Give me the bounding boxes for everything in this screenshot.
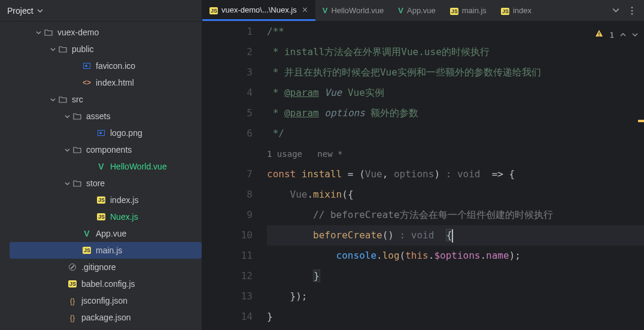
chevron-icon bbox=[62, 147, 72, 153]
line-number[interactable]: 12 bbox=[202, 266, 253, 286]
line-number[interactable]: 4 bbox=[202, 83, 253, 103]
js-icon: JS bbox=[67, 280, 78, 287]
prev-highlight-icon[interactable] bbox=[620, 25, 626, 46]
tab-label: index bbox=[513, 6, 531, 15]
line-number[interactable]: 9 bbox=[202, 205, 253, 225]
line-number[interactable]: 6 bbox=[202, 123, 253, 144]
tab-label: App.vue bbox=[407, 6, 436, 15]
tree-item[interactable]: <>index.html bbox=[0, 74, 202, 91]
chevron-icon bbox=[34, 30, 43, 35]
editor-tab[interactable]: JSindex bbox=[494, 0, 539, 21]
js-icon: JS bbox=[450, 6, 458, 15]
editor-tab[interactable]: JSmain.js bbox=[443, 0, 494, 21]
tree-item[interactable]: VHelloWorld.vue bbox=[0, 158, 202, 175]
js-icon: JS bbox=[501, 6, 509, 15]
gitignore-icon bbox=[67, 264, 78, 271]
tab-label: main.js bbox=[462, 6, 487, 15]
code-area[interactable]: 1 /** * install方法会在外界调用Vue.use的时候执行 * 并且… bbox=[266, 22, 644, 330]
tree-item[interactable]: VApp.vue bbox=[0, 225, 202, 242]
line-number[interactable]: 13 bbox=[202, 286, 253, 307]
line-number[interactable]: 8 bbox=[202, 184, 253, 205]
folder-icon bbox=[57, 95, 68, 104]
tree-item[interactable]: components bbox=[0, 141, 202, 158]
line-number[interactable]: 11 bbox=[202, 246, 253, 266]
svg-rect-0 bbox=[599, 32, 599, 35]
tree-item[interactable]: assets bbox=[0, 108, 202, 125]
code-line[interactable]: * install方法会在外界调用Vue.use的时候执行 bbox=[267, 42, 644, 62]
tree-item-label: main.js bbox=[96, 246, 122, 255]
tab-label: vuex-demo\...\Nuex.js bbox=[221, 5, 297, 14]
json-icon: {} bbox=[67, 296, 78, 305]
tree-item[interactable]: logo.png bbox=[0, 125, 202, 141]
error-stripe-marker[interactable] bbox=[638, 120, 644, 122]
editor-tab[interactable]: VHelloWorld.vue bbox=[315, 0, 391, 21]
tree-item[interactable]: JSbabel.config.js bbox=[0, 275, 202, 292]
line-number[interactable]: 2 bbox=[202, 42, 253, 62]
code-line[interactable]: } bbox=[267, 307, 644, 327]
editor-body: 1234567891011121314 1 /** * install方法会在外… bbox=[202, 22, 644, 330]
line-number[interactable]: 10 bbox=[202, 225, 253, 246]
chevron-down-icon bbox=[37, 6, 43, 16]
code-line[interactable]: console.log(this.$options.name); bbox=[267, 246, 644, 266]
chevron-down-icon[interactable] bbox=[612, 5, 619, 16]
tree-item[interactable]: public bbox=[0, 41, 202, 57]
code-line[interactable]: beforeCreate() : void { bbox=[267, 225, 644, 246]
sidebar: Project vuex-demopublicfavicon.ico<>inde… bbox=[0, 0, 202, 330]
line-number[interactable]: 7 bbox=[202, 164, 253, 184]
line-number[interactable]: 5 bbox=[202, 103, 253, 123]
code-line[interactable]: const install = (Vue, options) : void =>… bbox=[267, 164, 644, 184]
img-icon bbox=[96, 130, 107, 136]
code-line[interactable]: * @param Vue Vue实例 bbox=[267, 83, 644, 103]
usage-hint-line[interactable]: 1 usage new * bbox=[267, 144, 644, 164]
editor-tab[interactable]: JSvuex-demo\...\Nuex.js✕ bbox=[202, 0, 315, 21]
line-number[interactable]: 14 bbox=[202, 307, 253, 327]
editor-area: JSvuex-demo\...\Nuex.js✕VHelloWorld.vueV… bbox=[202, 0, 644, 330]
code-line[interactable]: } bbox=[267, 266, 644, 286]
inspection-status[interactable]: 1 bbox=[595, 25, 638, 46]
line-number[interactable]: 3 bbox=[202, 62, 253, 83]
tree-item-label: store bbox=[86, 178, 105, 188]
folder-icon bbox=[57, 45, 68, 53]
tree-item[interactable]: .gitignore bbox=[0, 259, 202, 275]
tree-item[interactable]: vuex-demo bbox=[0, 24, 202, 41]
code-line[interactable]: * @param options 额外的参数 bbox=[267, 103, 644, 123]
close-icon[interactable]: ✕ bbox=[302, 5, 308, 14]
tab-label: HelloWorld.vue bbox=[331, 6, 384, 15]
html-icon: <> bbox=[81, 78, 92, 87]
js-icon: JS bbox=[209, 5, 218, 14]
tree-item[interactable]: favicon.ico bbox=[0, 57, 202, 74]
code-line[interactable]: */ bbox=[267, 123, 644, 144]
project-title: Project bbox=[7, 6, 34, 16]
code-line[interactable]: * 并且在执行的时候会把Vue实例和一些额外的参数传递给我们 bbox=[267, 62, 644, 83]
line-number[interactable] bbox=[202, 144, 253, 164]
next-highlight-icon[interactable] bbox=[632, 25, 638, 46]
usage-hint[interactable]: 1 usage new * bbox=[267, 149, 342, 159]
tree-item-label: .gitignore bbox=[81, 262, 116, 272]
tree-item[interactable]: src bbox=[0, 91, 202, 108]
code-line[interactable]: Vue.mixin({ bbox=[267, 184, 644, 205]
tree-item[interactable]: {}jsconfig.json bbox=[0, 292, 202, 309]
line-number[interactable]: 1 bbox=[202, 22, 253, 42]
tree-item-label: favicon.ico bbox=[96, 61, 135, 71]
code-line[interactable]: }); bbox=[267, 286, 644, 307]
js-icon: JS bbox=[96, 196, 107, 204]
vue-icon: V bbox=[323, 6, 328, 15]
tree-item[interactable]: JSNuex.js bbox=[0, 208, 202, 225]
project-tool-header[interactable]: Project bbox=[0, 0, 202, 22]
tree-item-label: HelloWorld.vue bbox=[110, 162, 167, 171]
tree-item[interactable]: store bbox=[0, 175, 202, 192]
vue-icon: V bbox=[398, 6, 403, 15]
folder-icon bbox=[72, 179, 83, 187]
folder-icon bbox=[72, 146, 83, 154]
tree-item[interactable]: JSmain.js bbox=[10, 242, 202, 259]
tree-item[interactable]: {}package.json bbox=[0, 309, 202, 326]
tree-item-label: assets bbox=[86, 111, 110, 121]
project-tree[interactable]: vuex-demopublicfavicon.ico<>index.htmlsr… bbox=[0, 22, 202, 330]
code-line[interactable]: // beforeCreate方法会在每一个组件创建的时候执行 bbox=[267, 205, 644, 225]
more-icon[interactable]: ⋯ bbox=[627, 6, 638, 15]
chevron-icon bbox=[48, 97, 57, 102]
tree-item[interactable]: JSindex.js bbox=[0, 192, 202, 208]
tree-item-label: vuex-demo bbox=[57, 28, 99, 37]
editor-tab[interactable]: VApp.vue bbox=[391, 0, 442, 21]
code-line[interactable]: /** bbox=[267, 22, 644, 42]
